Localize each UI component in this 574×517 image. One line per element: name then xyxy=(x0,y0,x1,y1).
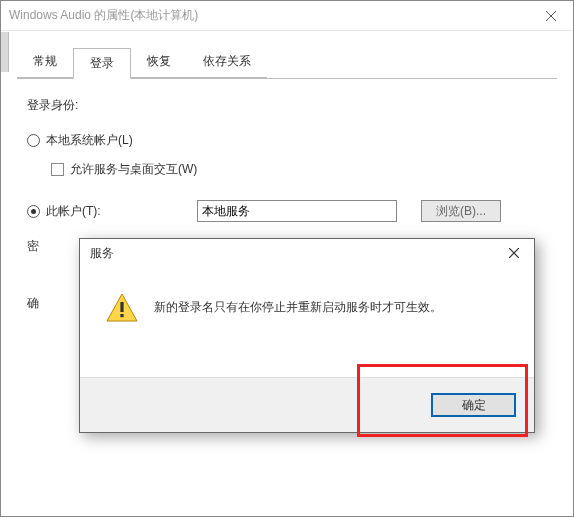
window-close-button[interactable] xyxy=(528,1,573,31)
this-account-radio[interactable] xyxy=(27,205,40,218)
services-dialog: 服务 新的登录名只有在你停止并重新启动服务时才可生效。 确定 xyxy=(79,238,535,433)
tab-recovery[interactable]: 恢复 xyxy=(131,47,187,78)
tab-logon[interactable]: 登录 xyxy=(73,48,131,79)
svg-rect-6 xyxy=(120,314,123,317)
close-icon xyxy=(546,11,556,21)
tab-general[interactable]: 常规 xyxy=(17,47,73,78)
titlebar: Windows Audio 的属性(本地计算机) xyxy=(1,1,573,31)
local-system-label: 本地系统帐户(L) xyxy=(46,132,133,149)
dialog-message: 新的登录名只有在你停止并重新启动服务时才可生效。 xyxy=(154,293,442,316)
dialog-title: 服务 xyxy=(90,245,114,262)
tab-dependencies[interactable]: 依存关系 xyxy=(187,47,267,78)
close-icon xyxy=(509,248,519,258)
this-account-label: 此帐户(T): xyxy=(46,203,101,220)
local-system-row[interactable]: 本地系统帐户(L) xyxy=(27,132,547,149)
dialog-titlebar: 服务 xyxy=(80,239,534,267)
warning-icon xyxy=(106,293,138,323)
dialog-footer: 确定 xyxy=(80,377,534,432)
ok-button[interactable]: 确定 xyxy=(431,393,516,417)
dialog-body: 新的登录名只有在你停止并重新启动服务时才可生效。 xyxy=(80,267,534,377)
properties-window: Windows Audio 的属性(本地计算机) 常规 登录 恢复 依存关系 登… xyxy=(0,0,574,517)
allow-interact-checkbox[interactable] xyxy=(51,163,64,176)
local-system-radio[interactable] xyxy=(27,134,40,147)
left-edge-stub xyxy=(1,32,9,72)
logon-identity-label: 登录身份: xyxy=(27,97,547,114)
allow-interact-row[interactable]: 允许服务与桌面交互(W) xyxy=(51,161,547,178)
tab-strip: 常规 登录 恢复 依存关系 xyxy=(17,47,557,79)
browse-button[interactable]: 浏览(B)... xyxy=(421,200,501,222)
account-name-input[interactable] xyxy=(197,200,397,222)
this-account-row: 此帐户(T): 浏览(B)... xyxy=(27,200,547,222)
svg-rect-5 xyxy=(120,302,123,312)
allow-interact-label: 允许服务与桌面交互(W) xyxy=(70,161,197,178)
dialog-close-button[interactable] xyxy=(502,243,526,263)
window-title: Windows Audio 的属性(本地计算机) xyxy=(9,7,198,24)
